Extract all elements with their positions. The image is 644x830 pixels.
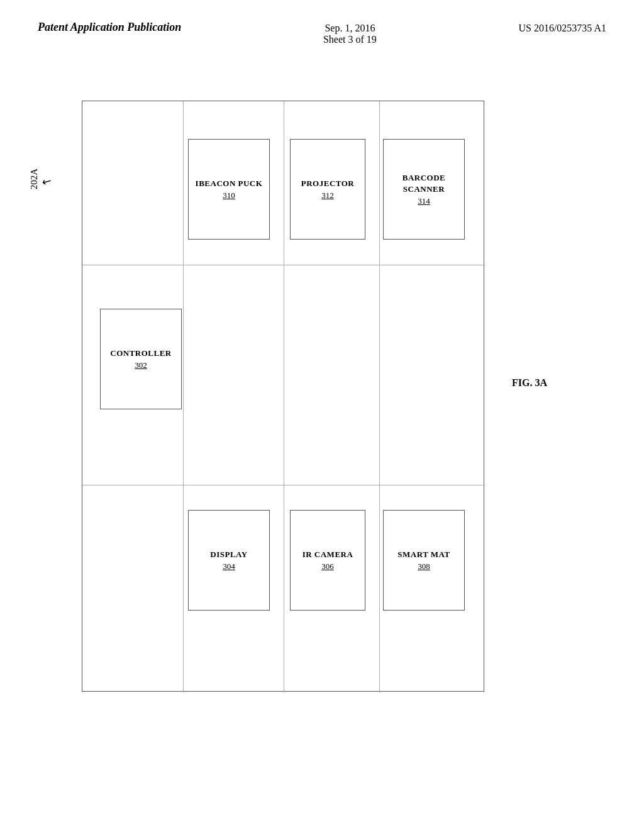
system-boundary: IBEACON PUCK 310 PROJECTOR 312 BARCODE S… xyxy=(82,101,484,692)
ir-camera-label: IR CAMERA xyxy=(303,549,353,560)
publication-title: Patent Application Publication xyxy=(38,20,181,35)
barcode-scanner-label: BARCODE SCANNER xyxy=(384,172,464,195)
component-ir-camera: IR CAMERA 306 xyxy=(290,510,365,611)
group-label-202a: 202A ↙ xyxy=(28,169,40,189)
ibeacon-puck-label: IBEACON PUCK xyxy=(196,178,263,189)
group-label-text: 202A xyxy=(29,169,39,189)
figure-label: FIG. 3A xyxy=(512,377,547,389)
component-smart-mat: SMART MAT 308 xyxy=(383,510,465,611)
page-header: Patent Application Publication Sep. 1, 2… xyxy=(0,0,644,45)
publication-date: Sep. 1, 2016 xyxy=(323,23,377,34)
barcode-scanner-number: 314 xyxy=(418,196,430,206)
diagram-area: 202A ↙ FIG. 3A IBEACON PUCK 310 PROJECTO… xyxy=(82,101,484,692)
divider-vertical-3 xyxy=(379,101,380,692)
display-number: 304 xyxy=(223,562,235,572)
projector-number: 312 xyxy=(321,191,334,201)
ir-camera-number: 306 xyxy=(321,562,334,572)
smart-mat-label: SMART MAT xyxy=(397,549,450,560)
header-center: Sep. 1, 2016 Sheet 3 of 19 xyxy=(323,20,377,45)
patent-number: US 2016/0253735 A1 xyxy=(518,20,606,34)
controller-label: CONTROLLER xyxy=(110,348,171,359)
component-barcode-scanner: BARCODE SCANNER 314 xyxy=(383,139,465,240)
component-projector: PROJECTOR 312 xyxy=(290,139,365,240)
sheet-info: Sheet 3 of 19 xyxy=(323,34,377,45)
group-arrow: ↙ xyxy=(40,174,55,191)
component-controller: CONTROLLER 302 xyxy=(100,309,182,409)
projector-label: PROJECTOR xyxy=(301,178,354,189)
divider-vertical-1 xyxy=(183,101,184,692)
divider-vertical-2 xyxy=(284,101,284,692)
component-ibeacon-puck: IBEACON PUCK 310 xyxy=(188,139,270,240)
display-label: DISPLAY xyxy=(210,549,247,560)
smart-mat-number: 308 xyxy=(418,562,430,572)
component-display: DISPLAY 304 xyxy=(188,510,270,611)
ibeacon-puck-number: 310 xyxy=(223,191,235,201)
controller-number: 302 xyxy=(135,360,147,370)
